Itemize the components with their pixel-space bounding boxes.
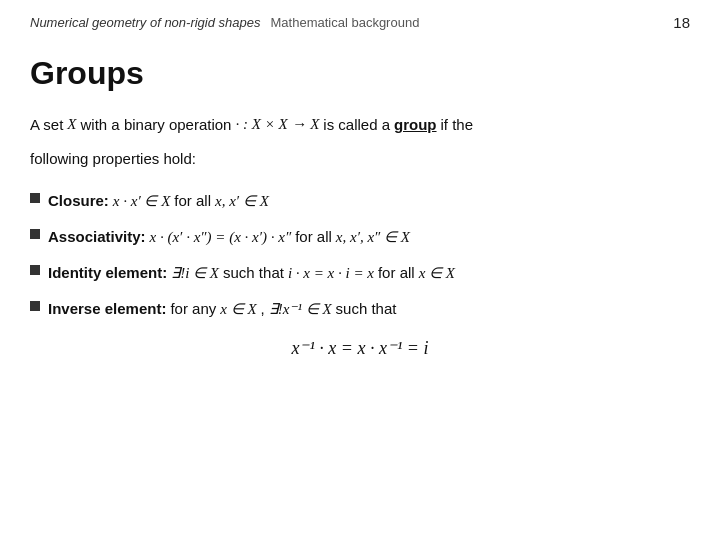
associativity-label: Associativity:	[48, 225, 146, 249]
following-text: following properties hold:	[30, 150, 196, 167]
intro-text-after-set: with a binary operation	[81, 112, 232, 138]
bullet-icon-associativity	[30, 229, 40, 239]
bullet-inverse: Inverse element: for any x ∈ X , ∃!x⁻¹ ∈…	[30, 297, 690, 321]
identity-formula1: ∃!i ∈ X	[171, 261, 219, 285]
operation-formula: · : X × X → X	[235, 112, 319, 138]
identity-label: Identity element:	[48, 261, 167, 285]
bullet-list: Closure: x · x′ ∈ X for all x, x′ ∈ X As…	[30, 189, 690, 321]
closure-formula1: x · x′ ∈ X	[113, 189, 171, 213]
inverse-display-formula: x⁻¹ · x = x · x⁻¹ = i	[30, 333, 690, 364]
inverse-formula-display: x⁻¹ · x = x · x⁻¹ = i	[291, 338, 428, 358]
group-keyword: group	[394, 112, 437, 138]
intro-text-end: is called a	[323, 112, 390, 138]
bullet-content-associativity: Associativity: x · (x′ · x″) = (x · x′) …	[48, 225, 690, 249]
bullet-associativity: Associativity: x · (x′ · x″) = (x · x′) …	[30, 225, 690, 249]
associativity-formula1: x · (x′ · x″) = (x · x′) · x″	[150, 225, 292, 249]
inverse-such-that: such that	[336, 297, 397, 321]
inverse-comma: ,	[261, 297, 265, 321]
main-content: A set X with a binary operation · : X × …	[30, 112, 690, 364]
header-left: Numerical geometry of non-rigid shapes M…	[30, 15, 419, 30]
section-title: Mathematical background	[271, 15, 420, 30]
intro-text-final: if the	[441, 112, 474, 138]
bullet-icon-inverse	[30, 301, 40, 311]
course-title: Numerical geometry of non-rigid shapes	[30, 15, 261, 30]
closure-formula2: x, x′ ∈ X	[215, 189, 269, 213]
inverse-label: Inverse element:	[48, 297, 166, 321]
intro-text-before-set: A set	[30, 112, 63, 138]
inverse-formula2: ∃!x⁻¹ ∈ X	[269, 297, 332, 321]
page-number: 18	[673, 14, 690, 31]
bullet-content-inverse: Inverse element: for any x ∈ X , ∃!x⁻¹ ∈…	[48, 297, 690, 321]
page-title: Groups	[30, 55, 690, 92]
closure-for-all: for all	[174, 189, 211, 213]
associativity-formula2: x, x′, x″ ∈ X	[336, 225, 410, 249]
header: Numerical geometry of non-rigid shapes M…	[30, 10, 690, 39]
bullet-content-identity: Identity element: ∃!i ∈ X such that i · …	[48, 261, 690, 285]
closure-label: Closure:	[48, 189, 109, 213]
set-symbol: X	[67, 112, 76, 138]
inverse-for-any: for any	[170, 297, 216, 321]
identity-for-all: for all	[378, 261, 415, 285]
bullet-icon-closure	[30, 193, 40, 203]
identity-formula2: i · x = x · i = x	[288, 261, 374, 285]
identity-formula3: x ∈ X	[419, 261, 455, 285]
slide: Numerical geometry of non-rigid shapes M…	[0, 0, 720, 540]
inverse-formula1: x ∈ X	[220, 297, 256, 321]
bullet-content-closure: Closure: x · x′ ∈ X for all x, x′ ∈ X	[48, 189, 690, 213]
associativity-for-all: for all	[295, 225, 332, 249]
identity-such-that: such that	[223, 261, 284, 285]
following-line: following properties hold:	[30, 146, 690, 172]
bullet-icon-identity	[30, 265, 40, 275]
bullet-identity: Identity element: ∃!i ∈ X such that i · …	[30, 261, 690, 285]
bullet-closure: Closure: x · x′ ∈ X for all x, x′ ∈ X	[30, 189, 690, 213]
intro-line: A set X with a binary operation · : X × …	[30, 112, 690, 138]
